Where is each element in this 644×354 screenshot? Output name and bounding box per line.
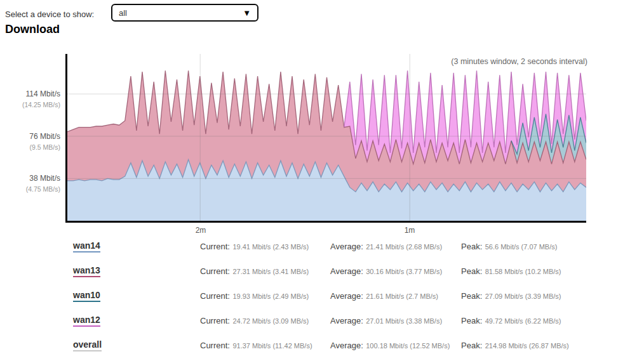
peak-label: Peak: xyxy=(461,266,482,276)
y-axis-tick-label: 114 Mbit/s xyxy=(0,89,60,99)
device-label: wan13 xyxy=(73,265,100,277)
legend-row: wan13 Current: 27.31 Mbit/s (3.41 MB/s) … xyxy=(0,258,644,283)
current-value: 91.37 Mbit/s (11.42 MB/s) xyxy=(232,342,312,350)
legend-row: wan10 Current: 19.93 Mbit/s (2.49 MB/s) … xyxy=(0,283,644,308)
device-label: wan14 xyxy=(73,240,100,252)
average-label: Average: xyxy=(330,316,363,325)
device-label: wan12 xyxy=(73,315,100,327)
y-axis-tick-sublabel: (4.75 MB/s) xyxy=(0,185,60,193)
average-label: Average: xyxy=(330,341,363,350)
peak-value: 56.6 Mbit/s (7.07 MB/s) xyxy=(485,243,558,251)
current-value: 19.93 Mbit/s (2.49 MB/s) xyxy=(232,292,309,300)
device-label: overall xyxy=(73,339,102,351)
peak-value: 27.09 Mbit/s (3.39 MB/s) xyxy=(485,292,561,300)
average-label: Average: xyxy=(330,266,363,276)
peak-label: Peak: xyxy=(461,291,482,301)
download-chart-area xyxy=(65,54,586,223)
average-value: 100.18 Mbit/s (12.52 MB/s) xyxy=(366,342,450,350)
current-label: Current: xyxy=(200,316,230,325)
average-value: 30.16 Mbit/s (3.77 MB/s) xyxy=(366,268,442,275)
peak-value: 81.58 Mbit/s (10.2 MB/s) xyxy=(485,268,561,275)
y-axis-tick: 38 Mbit/s (4.75 MB/s) xyxy=(0,173,60,193)
page-title: Download xyxy=(5,23,60,36)
current-label: Current: xyxy=(200,341,230,350)
average-value: 27.01 Mbit/s (3.38 MB/s) xyxy=(366,317,442,325)
peak-value: 214.98 Mbit/s (26.87 MB/s) xyxy=(485,342,569,350)
average-label: Average: xyxy=(330,242,363,251)
current-value: 24.72 Mbit/s (3.09 MB/s) xyxy=(232,317,309,325)
y-axis-tick-sublabel: (9.5 MB/s) xyxy=(0,143,60,151)
device-select[interactable]: all ▼ xyxy=(111,4,258,22)
peak-label: Peak: xyxy=(461,316,482,325)
device-select-label: Select a device to show: xyxy=(5,10,94,19)
peak-value: 49.72 Mbit/s (6.22 MB/s) xyxy=(485,317,561,325)
chevron-down-icon: ▼ xyxy=(243,9,251,17)
current-value: 27.31 Mbit/s (3.41 MB/s) xyxy=(232,268,309,275)
legend-row: wan12 Current: 24.72 Mbit/s (3.09 MB/s) … xyxy=(0,308,644,332)
current-label: Current: xyxy=(200,266,230,276)
average-value: 21.61 Mbit/s (2.7 MB/s) xyxy=(366,292,438,300)
device-label: wan10 xyxy=(73,290,100,302)
y-axis-tick: 114 Mbit/s (14.25 MB/s) xyxy=(0,89,60,108)
device-select-value: all xyxy=(119,8,127,18)
average-label: Average: xyxy=(330,291,363,301)
current-label: Current: xyxy=(200,291,230,301)
current-label: Current: xyxy=(200,242,230,251)
y-axis-tick-sublabel: (14.25 MB/s) xyxy=(0,101,60,108)
legend-row: wan14 Current: 19.41 Mbit/s (2.43 MB/s) … xyxy=(0,233,644,258)
legend-row: overall Current: 91.37 Mbit/s (11.42 MB/… xyxy=(0,332,644,354)
average-value: 21.41 Mbit/s (2.68 MB/s) xyxy=(366,243,442,251)
traffic-chart xyxy=(67,54,586,221)
peak-label: Peak: xyxy=(461,341,482,350)
y-axis-tick-label: 76 Mbit/s xyxy=(0,131,60,141)
peak-label: Peak: xyxy=(461,242,482,251)
y-axis-tick: 76 Mbit/s (9.5 MB/s) xyxy=(0,131,60,151)
legend: wan14 Current: 19.41 Mbit/s (2.43 MB/s) … xyxy=(0,233,644,354)
current-value: 19.41 Mbit/s (2.43 MB/s) xyxy=(232,243,309,251)
y-axis-tick-label: 38 Mbit/s xyxy=(0,173,60,183)
